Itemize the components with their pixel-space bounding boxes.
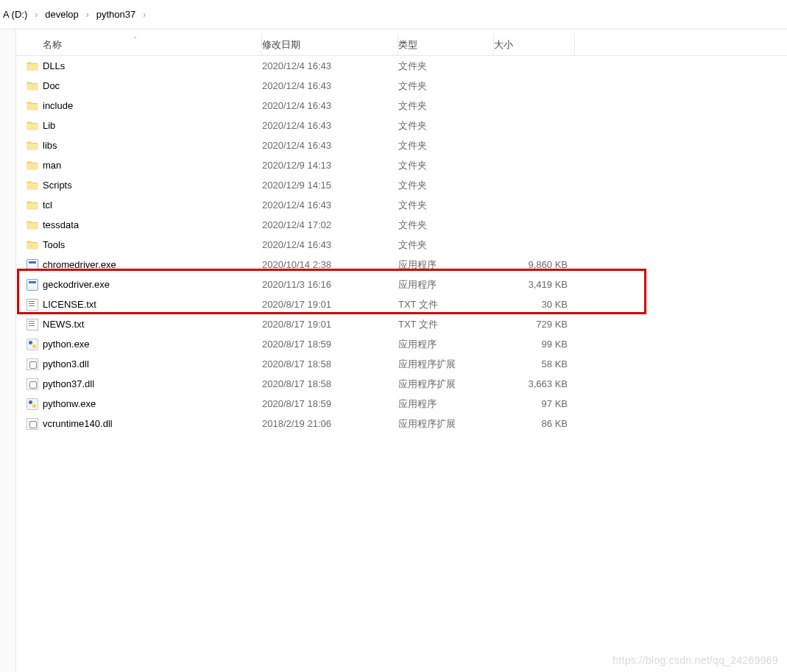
file-row[interactable]: tessdata2020/12/4 17:02文件夹 [16, 215, 787, 235]
file-type: 应用程序 [398, 279, 437, 290]
file-size: 729 KB [536, 319, 568, 330]
file-row[interactable]: pythonw.exe2020/8/17 18:59应用程序97 KB [16, 394, 787, 414]
file-row[interactable]: geckodriver.exe2020/11/3 16:16应用程序3,419 … [16, 275, 787, 294]
file-date: 2020/12/4 16:43 [262, 239, 331, 250]
column-header-size[interactable]: 大小 [494, 34, 575, 55]
file-type: 文件夹 [398, 120, 427, 131]
file-size: 3,663 KB [529, 378, 568, 389]
chevron-right-icon: › [138, 10, 150, 20]
file-size: 86 KB [542, 418, 568, 429]
folder-icon [27, 60, 38, 72]
file-name: python37.dll [43, 378, 94, 389]
python-icon [27, 339, 38, 350]
file-name: geckodriver.exe [43, 279, 110, 290]
file-type: 文件夹 [398, 199, 427, 211]
file-row[interactable]: python3.dll2020/8/17 18:58应用程序扩展58 KB [16, 354, 787, 374]
python-icon [27, 398, 38, 410]
file-size: 58 KB [542, 358, 568, 369]
file-row[interactable]: Scripts2020/12/9 14:15文件夹 [16, 175, 787, 195]
file-row[interactable]: man2020/12/9 14:13文件夹 [16, 155, 787, 175]
file-name: include [43, 100, 73, 111]
file-date: 2020/8/17 18:59 [262, 398, 331, 409]
file-name: man [43, 160, 61, 171]
folder-icon [27, 239, 38, 251]
dll-icon [27, 358, 38, 370]
file-row[interactable]: python.exe2020/8/17 18:59应用程序99 KB [16, 334, 787, 354]
file-row[interactable]: chromedriver.exe2020/10/14 2:38应用程序9,860… [16, 255, 787, 275]
file-date: 2020/10/14 2:38 [262, 259, 331, 270]
breadcrumb[interactable]: A (D:) › develop › python37 › [0, 0, 787, 29]
file-name: chromedriver.exe [43, 259, 116, 270]
folder-icon [27, 120, 38, 132]
file-row[interactable]: python37.dll2020/8/17 18:58应用程序扩展3,663 K… [16, 374, 787, 394]
file-date: 2020/12/4 17:02 [262, 219, 331, 230]
breadcrumb-item-python37[interactable]: python37 [93, 9, 139, 20]
file-name: LICENSE.txt [43, 299, 96, 310]
file-row[interactable]: DLLs2020/12/4 16:43文件夹 [16, 56, 787, 76]
file-type: 文件夹 [398, 239, 427, 250]
chevron-right-icon: › [30, 10, 42, 20]
file-date: 2020/12/9 14:13 [262, 160, 331, 171]
file-type: 文件夹 [398, 100, 427, 111]
file-date: 2020/8/17 19:01 [262, 299, 331, 310]
file-date: 2020/12/9 14:15 [262, 180, 331, 191]
file-date: 2020/8/17 19:01 [262, 319, 331, 330]
file-size: 99 KB [542, 339, 568, 350]
folder-icon [27, 100, 38, 112]
file-row[interactable]: Lib2020/12/4 16:43文件夹 [16, 116, 787, 135]
folder-icon [27, 180, 38, 191]
file-name: Doc [43, 80, 60, 91]
file-size: 3,419 KB [529, 279, 568, 290]
file-row[interactable]: libs2020/12/4 16:43文件夹 [16, 135, 787, 155]
file-name: libs [43, 140, 57, 151]
file-name: tessdata [43, 219, 79, 230]
application-icon [27, 279, 38, 291]
file-date: 2020/8/17 18:58 [262, 378, 331, 389]
file-name: DLLs [43, 60, 65, 71]
file-name: NEWS.txt [43, 319, 84, 330]
file-row[interactable]: tcl2020/12/4 16:43文件夹 [16, 195, 787, 215]
file-size: 97 KB [542, 398, 568, 409]
file-date: 2020/8/17 18:59 [262, 339, 331, 350]
file-type: TXT 文件 [398, 319, 438, 330]
file-size: 30 KB [542, 299, 568, 310]
column-header-date[interactable]: 修改日期 [262, 34, 398, 55]
file-size: 9,860 KB [529, 259, 568, 270]
file-type: 应用程序扩展 [398, 378, 456, 389]
column-header-name[interactable]: 名称 [27, 34, 262, 55]
file-date: 2020/12/4 16:43 [262, 199, 331, 211]
column-header-row: ˇ 名称 修改日期 类型 大小 [16, 34, 787, 56]
file-row[interactable]: LICENSE.txt2020/8/17 19:01TXT 文件30 KB [16, 294, 787, 314]
column-header-type[interactable]: 类型 [398, 34, 494, 55]
file-date: 2020/12/4 16:43 [262, 140, 331, 151]
file-type: 文件夹 [398, 80, 427, 91]
file-row[interactable]: Tools2020/12/4 16:43文件夹 [16, 235, 787, 255]
file-type: 应用程序 [398, 259, 437, 270]
file-row[interactable]: NEWS.txt2020/8/17 19:01TXT 文件729 KB [16, 314, 787, 334]
watermark-text: https://blog.csdn.net/qq_24269969 [613, 654, 778, 666]
folder-icon [27, 160, 38, 171]
file-type: 文件夹 [398, 140, 427, 151]
breadcrumb-item-develop[interactable]: develop [42, 9, 82, 20]
folder-icon [27, 199, 38, 211]
file-type: TXT 文件 [398, 299, 438, 310]
sort-indicator-icon: ˇ [134, 37, 136, 45]
text-file-icon [27, 319, 38, 330]
dll-icon [27, 418, 38, 430]
file-date: 2020/11/3 16:16 [262, 279, 331, 290]
file-type: 文件夹 [398, 160, 427, 171]
folder-icon [27, 80, 38, 92]
file-date: 2020/12/4 16:43 [262, 120, 331, 131]
file-type: 应用程序扩展 [398, 358, 456, 369]
file-name: pythonw.exe [43, 398, 96, 409]
file-row[interactable]: Doc2020/12/4 16:43文件夹 [16, 76, 787, 96]
chevron-right-icon: › [82, 10, 93, 20]
file-row[interactable]: vcruntime140.dll2018/2/19 21:06应用程序扩展86 … [16, 414, 787, 434]
folder-icon [27, 219, 38, 231]
nav-pane-edge [0, 29, 16, 672]
file-row[interactable]: include2020/12/4 16:43文件夹 [16, 96, 787, 116]
folder-icon [27, 140, 38, 152]
breadcrumb-drive[interactable]: A (D:) [0, 9, 30, 20]
application-icon [27, 259, 38, 271]
file-name: vcruntime140.dll [43, 418, 113, 429]
